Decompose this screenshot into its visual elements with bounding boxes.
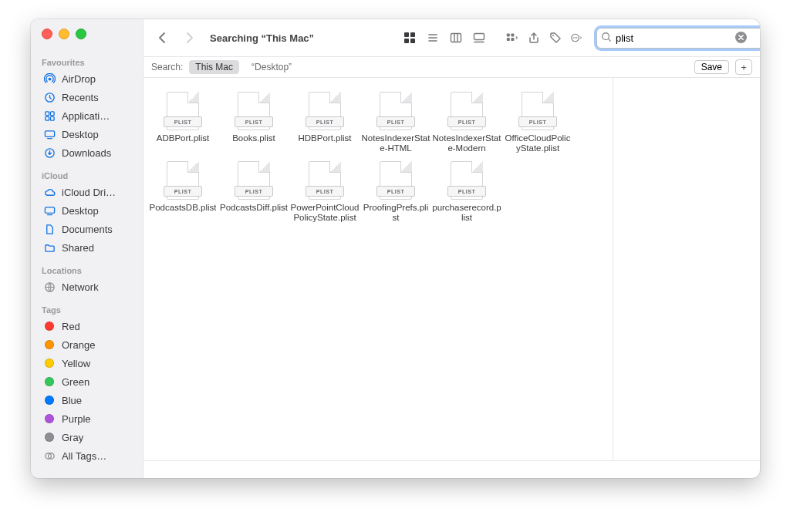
sidebar-item-documents[interactable]: Documents bbox=[42, 220, 143, 238]
sidebar-item-yellow[interactable]: Yellow bbox=[42, 354, 143, 372]
apps-icon bbox=[43, 109, 56, 122]
file-type-badge: PLIST bbox=[447, 186, 486, 197]
file-item[interactable]: PLISTHDBPort.plist bbox=[290, 89, 360, 153]
scope-desktop[interactable]: “Desktop” bbox=[245, 60, 298, 74]
file-type-badge: PLIST bbox=[306, 116, 344, 127]
sidebar-item-icloud-dri-[interactable]: iCloud Dri… bbox=[42, 183, 143, 201]
tag-dot-icon bbox=[43, 431, 56, 443]
svg-point-26 bbox=[576, 37, 578, 39]
sidebar-item-airdrop[interactable]: AirDrop bbox=[42, 69, 143, 88]
sidebar-item-gray[interactable]: Gray bbox=[42, 428, 143, 446]
action-button[interactable] bbox=[567, 29, 587, 47]
file-type-badge: PLIST bbox=[306, 186, 344, 197]
close-window-button[interactable] bbox=[42, 29, 52, 39]
file-name-label: PowerPointCloudPolicyState.plist bbox=[290, 203, 360, 223]
file-item[interactable]: PLISTBooks.plist bbox=[219, 89, 289, 153]
add-search-criterion-button[interactable]: + bbox=[735, 59, 752, 75]
file-name-label: HDBPort.plist bbox=[298, 133, 351, 143]
list-view-button[interactable] bbox=[422, 29, 444, 47]
svg-rect-17 bbox=[474, 34, 484, 40]
network-icon bbox=[43, 281, 56, 293]
sidebar-item-applicati-[interactable]: Applicati… bbox=[42, 106, 143, 125]
svg-rect-16 bbox=[451, 34, 461, 42]
sidebar-item-orange[interactable]: Orange bbox=[42, 335, 143, 354]
search-icon bbox=[601, 32, 612, 45]
back-button[interactable] bbox=[153, 29, 173, 47]
file-type-badge: PLIST bbox=[164, 186, 202, 197]
finder-window: Favourites AirDropRecentsApplicati…Deskt… bbox=[31, 19, 760, 478]
sidebar-heading-locations: Locations bbox=[42, 266, 143, 275]
sidebar-item-red[interactable]: Red bbox=[42, 317, 143, 335]
file-type-badge: PLIST bbox=[376, 116, 415, 127]
file-item[interactable]: PLISTPodcastsDiff.plist bbox=[219, 158, 289, 223]
sidebar-item-blue[interactable]: Blue bbox=[42, 391, 143, 409]
tags-button[interactable] bbox=[545, 29, 565, 47]
sidebar-item-label: Green bbox=[62, 376, 89, 388]
sidebar-item-purple[interactable]: Purple bbox=[42, 409, 143, 428]
sidebar-item-recents[interactable]: Recents bbox=[42, 88, 143, 106]
icon-view-button[interactable] bbox=[399, 29, 420, 47]
sidebar-item-desktop[interactable]: Desktop bbox=[42, 201, 143, 220]
forward-button[interactable] bbox=[179, 29, 199, 47]
file-name-label: Books.plist bbox=[232, 133, 275, 143]
columns-icon bbox=[450, 32, 462, 44]
file-thumbnail: PLIST bbox=[233, 89, 275, 130]
file-thumbnail: PLIST bbox=[304, 89, 346, 130]
file-thumbnail: PLIST bbox=[375, 158, 417, 200]
sidebar-heading-icloud: iCloud bbox=[42, 171, 143, 180]
scope-this-mac[interactable]: This Mac bbox=[189, 60, 239, 74]
sidebar-item-all-tags-[interactable]: All Tags… bbox=[42, 446, 143, 465]
sidebar-item-green[interactable]: Green bbox=[42, 372, 143, 391]
sidebar-item-shared[interactable]: Shared bbox=[42, 238, 143, 257]
file-name-label: PodcastsDB.plist bbox=[150, 203, 217, 213]
gallery-view-button[interactable] bbox=[468, 29, 490, 47]
sidebar-item-network[interactable]: Network bbox=[42, 278, 143, 296]
zoom-window-button[interactable] bbox=[76, 29, 86, 39]
window-controls bbox=[31, 19, 143, 50]
file-item[interactable]: PLISTNotesIndexerState-HTML bbox=[361, 89, 430, 153]
sidebar-item-label: All Tags… bbox=[62, 450, 106, 462]
file-item[interactable]: PLISTPodcastsDB.plist bbox=[148, 158, 218, 223]
minimize-window-button[interactable] bbox=[59, 29, 69, 39]
search-scope-bar: Search: This Mac “Desktop” Save + bbox=[143, 57, 760, 78]
file-name-label: NotesIndexerState-Modern bbox=[432, 133, 501, 153]
window-title: Searching “This Mac” bbox=[210, 32, 314, 44]
tag-dot-icon bbox=[43, 412, 56, 425]
file-thumbnail: PLIST bbox=[375, 89, 417, 130]
sidebar-item-label: Orange bbox=[62, 339, 95, 351]
file-item[interactable]: PLISTOfficeCloudPolicyState.plist bbox=[503, 89, 572, 153]
results-area[interactable]: PLISTADBPort.plistPLISTBooks.plistPLISTH… bbox=[143, 78, 613, 460]
group-by-button[interactable] bbox=[502, 29, 522, 47]
sidebar-item-label: Shared bbox=[62, 242, 94, 254]
svg-rect-5 bbox=[50, 116, 54, 120]
sidebar-item-label: Yellow bbox=[62, 358, 90, 369]
sidebar-item-desktop[interactable]: Desktop bbox=[42, 125, 143, 143]
sidebar-item-label: Downloads bbox=[62, 147, 111, 159]
column-view-button[interactable] bbox=[445, 29, 467, 47]
sidebar-item-label: Blue bbox=[62, 395, 82, 406]
file-item[interactable]: PLISTADBPort.plist bbox=[148, 89, 218, 153]
share-button[interactable] bbox=[524, 29, 544, 47]
clear-search-button[interactable] bbox=[735, 32, 747, 43]
tag-dot-icon bbox=[43, 320, 56, 332]
document-icon bbox=[43, 223, 56, 235]
desktop-icon bbox=[43, 204, 56, 217]
close-icon bbox=[738, 34, 744, 41]
file-item[interactable]: PLISTProofingPrefs.plist bbox=[361, 158, 430, 223]
svg-rect-19 bbox=[511, 33, 514, 36]
sidebar-item-label: Applicati… bbox=[62, 110, 110, 122]
clock-icon bbox=[43, 91, 56, 103]
file-item[interactable]: PLISTPowerPointCloudPolicyState.plist bbox=[290, 158, 360, 223]
toolbar: Searching “This Mac” bbox=[143, 19, 760, 57]
file-item[interactable]: PLISTNotesIndexerState-Modern bbox=[432, 89, 501, 153]
file-type-badge: PLIST bbox=[518, 116, 557, 127]
airdrop-icon bbox=[43, 72, 56, 85]
file-name-label: ADBPort.plist bbox=[157, 133, 209, 143]
sidebar-item-label: Red bbox=[62, 321, 80, 332]
list-icon bbox=[427, 32, 439, 44]
grid-stack-icon bbox=[506, 32, 518, 44]
file-item[interactable]: PLISTpurchaserecord.plist bbox=[432, 158, 501, 223]
sidebar-item-downloads[interactable]: Downloads bbox=[42, 143, 143, 162]
file-type-badge: PLIST bbox=[235, 186, 273, 197]
save-search-button[interactable]: Save bbox=[694, 60, 729, 74]
